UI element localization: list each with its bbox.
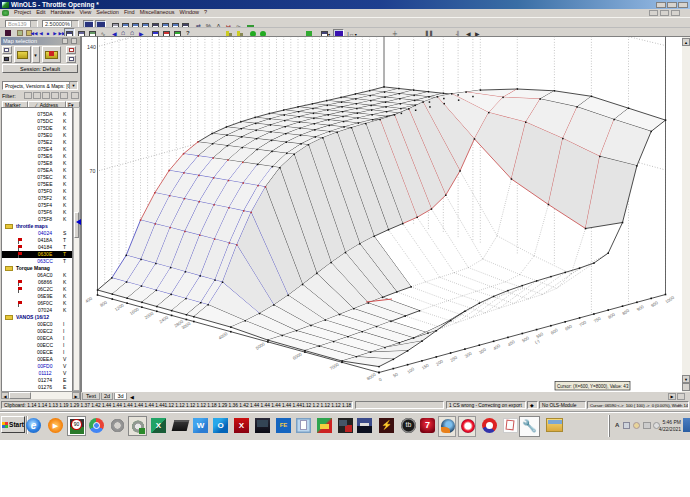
svg-text:200: 200 [435, 358, 444, 366]
svg-text:Cursor: (X=600, Y=8000), Value: Cursor: (X=600, Y=8000), Value: 43 [557, 384, 629, 389]
svg-text:1200: 1200 [114, 302, 125, 312]
svg-text:100: 100 [406, 366, 415, 374]
svg-text:140: 140 [87, 44, 96, 50]
svg-text:500: 500 [521, 335, 530, 343]
svg-text:450: 450 [507, 339, 516, 347]
svg-text:1000: 1000 [664, 295, 675, 305]
svg-text:250: 250 [449, 354, 458, 362]
svg-text:2000: 2000 [144, 310, 155, 320]
svg-text:2400: 2400 [158, 315, 169, 325]
svg-text:0: 0 [378, 377, 383, 383]
svg-text:850: 850 [621, 308, 630, 316]
svg-text:600: 600 [550, 327, 559, 335]
svg-text:1600: 1600 [129, 306, 140, 316]
svg-text:70: 70 [90, 168, 96, 174]
svg-text:650: 650 [564, 323, 573, 331]
svg-text:5000: 5000 [255, 341, 266, 351]
svg-text:950: 950 [650, 300, 659, 308]
svg-text:400: 400 [492, 343, 501, 351]
svg-text:400: 400 [84, 295, 93, 303]
svg-text:800: 800 [99, 300, 108, 308]
svg-text:4000: 4000 [218, 331, 229, 341]
svg-text:50: 50 [392, 371, 399, 378]
svg-text:(-): (-) [534, 338, 541, 345]
svg-text:7000: 7000 [329, 361, 340, 371]
svg-text:800: 800 [607, 312, 616, 320]
svg-text:6000: 6000 [292, 351, 303, 361]
svg-text:300: 300 [464, 351, 473, 359]
svg-text:900: 900 [636, 304, 645, 312]
svg-text:8000: 8000 [366, 372, 377, 382]
svg-text:750: 750 [593, 315, 602, 323]
svg-text:350: 350 [478, 347, 487, 355]
svg-text:700: 700 [578, 319, 587, 327]
svg-text:150: 150 [421, 362, 430, 370]
